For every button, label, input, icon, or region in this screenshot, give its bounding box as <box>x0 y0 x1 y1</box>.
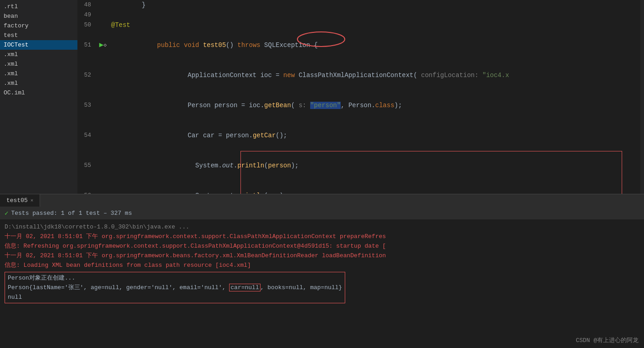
console-line-4: 十一月 02, 2021 8:51:01 下午 org.springframew… <box>5 251 639 260</box>
line-icons-51: ▶ ◇ <box>97 40 109 50</box>
line-content-53: Person person = ioc.getBean( s: "person"… <box>109 90 640 120</box>
line-number-53: 53 <box>77 100 97 110</box>
car-null-highlight: car=null <box>229 284 260 291</box>
line-content-51: public void test05() throws SQLException… <box>109 30 640 60</box>
code-line-50: 50 @Test <box>77 20 640 30</box>
test-pass-icon: ✓ <box>5 209 8 217</box>
code-line-49: 49 <box>77 10 640 20</box>
code-line-48: 48 } <box>77 0 640 10</box>
sidebar-item-test[interactable]: test <box>0 31 77 40</box>
line-number-48: 48 <box>77 0 97 10</box>
code-line-52: 52 ApplicationContext ioc = new ClassPat… <box>77 60 640 90</box>
run-test-icon[interactable]: ▶ <box>99 40 104 50</box>
console-person-post: , books=null, map=null} <box>261 284 342 291</box>
line-content-52: ApplicationContext ioc = new ClassPathXm… <box>109 60 640 90</box>
tab-close-button[interactable]: × <box>31 198 34 203</box>
console-person-pre: Person{lastName='张三', age=null, gender='… <box>8 284 229 291</box>
sidebar-item-bean[interactable]: bean <box>0 11 77 21</box>
file-sidebar: .rtl bean factory test IOCTest .xml .xml… <box>0 0 77 194</box>
line-number-49: 49 <box>77 10 97 20</box>
console-line-6: Person对象正在创建... <box>8 273 342 283</box>
line-number-55: 55 <box>77 161 97 171</box>
sidebar-item-iml[interactable]: OC.iml <box>0 88 77 98</box>
tab-bar: test05 × <box>0 194 644 207</box>
console-line-8: null <box>8 292 342 302</box>
tab-test05[interactable]: test05 × <box>0 194 40 207</box>
test-status-text: Tests passed: 1 of 1 test – 327 ms <box>11 210 132 217</box>
code-line-56: 56 System.out.println(car); <box>77 181 640 194</box>
line-content-48: } <box>109 0 640 10</box>
editor-wrapper: 48 } 49 50 @Test <box>77 0 644 194</box>
console-line-5: 信息: Loading XML bean definitions from cl… <box>5 260 639 270</box>
line-content-55: System.out.println(person); <box>109 151 640 181</box>
line-number-54: 54 <box>77 130 97 140</box>
line-content-54: Car car = person.getCar(); <box>109 120 640 151</box>
console-line-java: D:\install\jdk18\corretto-1.8.0_302\bin\… <box>5 222 639 232</box>
console-output-inner: Person对象正在创建... Person{lastName='张三', ag… <box>5 272 345 303</box>
console-area: ✓ Tests passed: 1 of 1 test – 327 ms D:\… <box>0 207 644 348</box>
line-content-50: @Test <box>109 20 640 30</box>
line-number-52: 52 <box>77 70 97 80</box>
line-number-56: 56 <box>77 191 97 194</box>
sidebar-item-xml1[interactable]: .xml <box>0 50 77 59</box>
console-header: ✓ Tests passed: 1 of 1 test – 327 ms <box>0 207 644 219</box>
console-line-3: 信息: Refreshing org.springframework.conte… <box>5 241 639 251</box>
code-editor: 48 } 49 50 @Test <box>77 0 640 194</box>
sidebar-item-rtl[interactable]: .rtl <box>0 2 77 11</box>
watermark: CSDN @有上进心的阿龙 <box>576 336 639 344</box>
console-line-7: Person{lastName='张三', age=null, gender='… <box>8 283 342 292</box>
console-content: D:\install\jdk18\corretto-1.8.0_302\bin\… <box>0 219 644 308</box>
scroll-bar[interactable] <box>640 0 644 194</box>
code-line-53: 53 Person person = ioc.getBean( s: "pers… <box>77 90 640 120</box>
sidebar-item-xml3[interactable]: .xml <box>0 69 77 78</box>
line-number-51: 51 <box>77 40 97 50</box>
code-area: .rtl bean factory test IOCTest .xml .xml… <box>0 0 644 194</box>
sidebar-item-xml4[interactable]: .xml <box>0 78 77 88</box>
sidebar-item-factory[interactable]: factory <box>0 21 77 31</box>
sidebar-item-xml2[interactable]: .xml <box>0 59 77 69</box>
code-line-55: 55 System.out.println(person); <box>77 151 640 181</box>
line-content-49 <box>109 10 640 20</box>
tab-label: test05 <box>6 197 28 204</box>
sidebar-item-ioctest[interactable]: IOCTest <box>0 40 77 50</box>
console-status: ✓ Tests passed: 1 of 1 test – 327 ms <box>5 209 132 217</box>
code-line-51: 51 ▶ ◇ public void test05() throws SQLEx… <box>77 30 640 60</box>
bookmark-icon-51: ◇ <box>104 40 107 50</box>
console-output-box: Person对象正在创建... Person{lastName='张三', ag… <box>5 272 345 305</box>
console-line-2: 十一月 02, 2021 8:51:01 下午 org.springframew… <box>5 232 639 241</box>
line-number-50: 50 <box>77 20 97 30</box>
code-lines: 48 } 49 50 @Test <box>77 0 640 194</box>
line-content-56: System.out.println(car); <box>109 181 640 194</box>
red-box-section: 55 System.out.println(person); 56 System… <box>77 151 640 194</box>
code-line-54: 54 Car car = person.getCar(); <box>77 120 640 151</box>
